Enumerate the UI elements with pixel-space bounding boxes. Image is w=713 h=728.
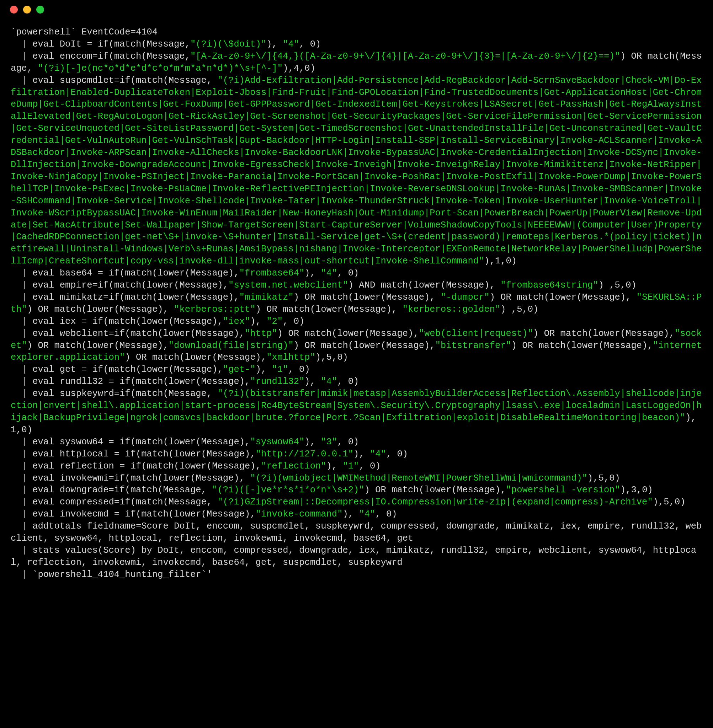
code-string: "(?i)Add-Exfiltration|Add-Persistence|Ad…	[10, 75, 702, 266]
code-text: ) OR match(lower(Message),	[533, 329, 674, 339]
code-text: ),	[304, 437, 321, 447]
code-text: ) OR match(lower(Message),	[27, 304, 174, 314]
code-text: | eval invokecmd = if(match(lower(Messag…	[10, 509, 256, 520]
code-text: | eval base64 = if(match(lower(Message),	[10, 268, 239, 278]
code-string: "3"	[321, 437, 337, 447]
code-string: "get-"	[223, 364, 256, 375]
code-text: | eval suspkeywrd=if(match(Message,	[10, 389, 218, 399]
code-text: ),5,0)	[653, 497, 686, 507]
code-text: ),1,0)	[484, 256, 517, 266]
code-string: "4"	[283, 39, 299, 49]
code-text: ) OR match(lower(Message),	[364, 485, 506, 495]
code-string: "(?i)[-]e(nc*o*d*e*d*c*o*m*m*a*n*d*)*\s+…	[38, 63, 283, 74]
code-text: ),	[266, 39, 283, 49]
code-string: "4"	[321, 268, 337, 278]
code-string: "(?i)(\$doit)"	[190, 39, 266, 49]
code-text: ) OR match(lower(Message),	[256, 304, 403, 314]
code-text: ),3,0)	[620, 485, 653, 495]
code-text: | eval httplocal = if(match(lower(Messag…	[10, 449, 256, 459]
close-icon[interactable]	[10, 6, 18, 13]
code-text: | eval enccom=if(match(Message,	[10, 51, 190, 61]
code-string: "4"	[359, 509, 375, 520]
code-text: ) ,5,0)	[598, 280, 637, 290]
code-string: "[A-Za-z0-9+\/]{44,}([A-Za-z0-9+\/]{4}|[…	[190, 51, 620, 61]
code-text: ),4,0)	[283, 63, 315, 74]
code-text: ),	[342, 509, 359, 520]
code-text: , 0)	[337, 377, 359, 387]
code-text: , 0)	[283, 316, 304, 327]
code-text: ),	[354, 449, 370, 459]
code-text: | eval mimikatz=if(match(lower(Message),	[10, 292, 239, 302]
code-string: "http"	[245, 329, 277, 339]
code-text: ) OR match(lower(Message),	[277, 329, 419, 339]
code-string: "4"	[370, 449, 386, 459]
code-text: | eval DoIt = if(match(Message,	[10, 39, 190, 49]
code-string: "system.net.webclient"	[228, 280, 348, 290]
code-text: ) OR match(lower(Message),	[27, 341, 169, 351]
code-text: , 0)	[288, 364, 310, 375]
code-text: ) AND match(lower(Message),	[348, 280, 500, 290]
code-string: "(?i)([-]ve*r*s*i*o*n*\s+2)"	[212, 485, 364, 495]
code-text: ),	[327, 461, 343, 471]
code-text: , 0)	[299, 39, 321, 49]
code-text: , 0)	[386, 449, 408, 459]
code-string: "rundll32"	[250, 377, 304, 387]
minimize-icon[interactable]	[23, 6, 31, 13]
code-text: ) OR match(lower(Message),	[125, 352, 266, 363]
code-text: ) OR match(lower(Message),	[294, 292, 441, 302]
code-string: "4"	[321, 377, 337, 387]
code-string: "http://127.0.0.1"	[256, 449, 354, 459]
code-text: | eval reflection = if(match(lower(Messa…	[10, 461, 261, 471]
code-text: | eval syswow64 = if(match(lower(Message…	[10, 437, 250, 447]
code-text: ),5,0)	[588, 473, 620, 484]
code-string: "reflection"	[261, 461, 327, 471]
code-string: "frombase64"	[239, 268, 305, 278]
code-text: ) OR match(lower(Message),	[490, 292, 637, 302]
code-text: | eval empire=if(match(lower(Message),	[10, 280, 228, 290]
code-text: ),	[304, 268, 321, 278]
code-text: `powershell` EventCode=4104	[10, 27, 158, 37]
code-string: "iex"	[223, 316, 251, 327]
terminal-window: `powershell` EventCode=4104 | eval DoIt …	[0, 0, 713, 595]
code-text: | eval rundll32 = if(match(lower(Message…	[10, 377, 250, 387]
code-text: , 0)	[359, 461, 380, 471]
code-string: "2"	[266, 316, 283, 327]
code-string: "1"	[342, 461, 359, 471]
code-string: "(?i)GZipStream|::Decompress|IO.Compress…	[218, 497, 653, 507]
code-text: | eval suspcmdlet=if(match(Message,	[10, 75, 218, 86]
code-text: ),	[304, 377, 321, 387]
code-content[interactable]: `powershell` EventCode=4104 | eval DoIt …	[0, 19, 713, 595]
code-string: "bitstransfer"	[435, 341, 512, 351]
code-string: "xmlhttp"	[266, 352, 315, 363]
code-string: "kerberos::golden"	[403, 304, 500, 314]
code-text: | `powershell_4104_hunting_filter`'	[10, 569, 212, 580]
code-text: | eval downgrade=if(match(Message,	[10, 485, 212, 495]
code-text: , 0)	[337, 268, 359, 278]
code-text: , 0)	[337, 437, 359, 447]
code-string: "(?i)(wmiobject|WMIMethod|RemoteWMI|Powe…	[250, 473, 588, 484]
code-text: , 0)	[375, 509, 397, 520]
code-string: "frombase64string"	[500, 280, 598, 290]
code-string: "powershell -version"	[506, 485, 620, 495]
code-text: | stats values(Score) by DoIt, enccom, c…	[10, 545, 696, 568]
code-string: "-dumpcr"	[441, 292, 490, 302]
code-string: "download(file|string)"	[169, 341, 294, 351]
code-text: | eval iex = if(match(lower(Message),	[10, 316, 223, 327]
code-text: | eval get = if(match(lower(Message),	[10, 364, 223, 375]
code-text: ),	[250, 316, 266, 327]
window-titlebar	[0, 0, 713, 19]
code-text: ) ,5,0)	[500, 304, 538, 314]
code-text: ),	[256, 364, 272, 375]
code-text: | eval compressed=if(match(Message,	[10, 497, 218, 507]
code-string: "syswow64"	[250, 437, 304, 447]
code-text: ),5,0)	[315, 352, 348, 363]
code-text: ) OR match(lower(Message),	[512, 341, 653, 351]
code-string: "web(client|request)"	[419, 329, 533, 339]
code-string: "1"	[272, 364, 288, 375]
zoom-icon[interactable]	[36, 6, 44, 13]
code-text: | eval webclient=if(match(lower(Message)…	[10, 329, 245, 339]
code-text: | addtotals fieldname=Score DoIt, enccom…	[10, 521, 702, 543]
code-string: "kerberos::ptt"	[174, 304, 256, 314]
code-string: "mimikatz"	[239, 292, 294, 302]
code-text: | eval invokewmi=if(match(lower(Message)…	[10, 473, 250, 484]
